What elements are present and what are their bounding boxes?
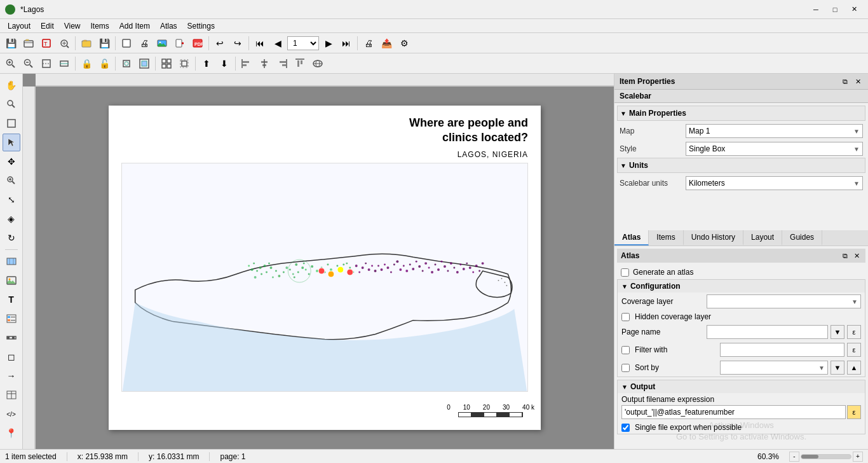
- page-name-input[interactable]: [707, 325, 828, 339]
- tab-guides[interactable]: Guides: [782, 230, 822, 245]
- add-image-tool[interactable]: [3, 272, 20, 289]
- zoom-in-canvas-tool[interactable]: [3, 172, 20, 190]
- filter-with-input[interactable]: [720, 343, 844, 357]
- export-image-button[interactable]: [154, 35, 170, 52]
- add-shape-tool[interactable]: ◻: [3, 348, 20, 366]
- atlas-nav-tool[interactable]: 📍: [3, 424, 20, 442]
- atlas-mode-button[interactable]: [309, 55, 326, 72]
- configuration-header[interactable]: ▼ Configuration: [618, 280, 865, 293]
- add-scalebar-tool[interactable]: [3, 329, 20, 347]
- tab-atlas[interactable]: Atlas: [614, 230, 649, 245]
- filter-with-checkbox[interactable]: [621, 346, 630, 354]
- align-right-button[interactable]: [274, 55, 290, 72]
- menu-items[interactable]: Items: [86, 19, 114, 33]
- output-filename-expr-btn[interactable]: ε: [847, 405, 861, 419]
- filter-with-expr-btn[interactable]: ε: [847, 343, 861, 357]
- generate-atlas-checkbox[interactable]: [621, 268, 629, 277]
- last-page-button[interactable]: ⏭: [338, 35, 355, 52]
- pan-tool[interactable]: ✋: [3, 76, 20, 94]
- page-select[interactable]: 1: [287, 36, 319, 50]
- tab-layout[interactable]: Layout: [743, 230, 782, 245]
- page-name-expr-btn[interactable]: ε: [847, 325, 861, 339]
- zoom-out-tool[interactable]: [20, 55, 37, 72]
- item-properties-detach-button[interactable]: ⧉: [840, 76, 850, 86]
- atlas-export-button[interactable]: 📤: [378, 35, 395, 52]
- zoom-slider[interactable]: [801, 454, 851, 459]
- style-combo[interactable]: Single Box ▼: [686, 142, 863, 156]
- single-file-checkbox[interactable]: [621, 424, 630, 432]
- map-visualization[interactable]: [121, 163, 528, 392]
- atlas-print-button[interactable]: 🖨: [360, 35, 377, 52]
- print-preview-button[interactable]: [56, 35, 72, 52]
- open-folder-button[interactable]: [78, 35, 95, 52]
- zoom-in-status-button[interactable]: +: [853, 452, 863, 462]
- add-html-tool[interactable]: </>: [3, 405, 20, 423]
- align-left-button[interactable]: [238, 55, 255, 72]
- item-properties-close-button[interactable]: ✕: [853, 76, 863, 86]
- save2-button[interactable]: 💾: [96, 35, 112, 52]
- redo-button[interactable]: ↪: [229, 35, 246, 52]
- add-map-tool[interactable]: [3, 252, 20, 270]
- zoom-page-tool[interactable]: [3, 114, 20, 132]
- unlock-items-button[interactable]: 🔓: [96, 55, 112, 72]
- add-arrow-tool[interactable]: →: [3, 367, 20, 385]
- zoom-to-width-tool[interactable]: [56, 55, 72, 72]
- units-section[interactable]: ▼ Units: [617, 158, 865, 173]
- lock-items-button[interactable]: 🔒: [78, 55, 95, 72]
- zoom-full-tool[interactable]: [38, 55, 55, 72]
- zoom-out-status-button[interactable]: -: [789, 452, 799, 462]
- resize-tool[interactable]: ⤡: [3, 191, 20, 209]
- coverage-layer-combo[interactable]: ▼: [707, 294, 861, 308]
- add-table-tool[interactable]: [3, 386, 20, 404]
- raise-item-button[interactable]: ⬆: [198, 55, 215, 72]
- atlas-detach-button[interactable]: ⧉: [840, 251, 850, 261]
- open-button[interactable]: [20, 35, 37, 52]
- tab-items[interactable]: Items: [649, 230, 683, 245]
- sort-by-up-btn[interactable]: ▲: [847, 361, 861, 375]
- add-page-button[interactable]: [172, 35, 188, 52]
- zoom-canvas-tool[interactable]: [3, 95, 20, 113]
- hidden-coverage-checkbox[interactable]: [621, 313, 630, 321]
- print-button[interactable]: 🖨: [136, 35, 153, 52]
- menu-edit[interactable]: Edit: [36, 19, 59, 33]
- sort-by-down-btn[interactable]: ▼: [831, 361, 844, 375]
- undo-button[interactable]: ↩: [212, 35, 228, 52]
- menu-atlas[interactable]: Atlas: [155, 19, 182, 33]
- map-combo[interactable]: Map 1 ▼: [686, 124, 863, 138]
- save-layout-button[interactable]: T: [38, 35, 55, 52]
- align-center-button[interactable]: [256, 55, 273, 72]
- atlas-settings-button[interactable]: ⚙: [396, 35, 412, 52]
- zoom-to-content[interactable]: [136, 55, 153, 72]
- output-header[interactable]: ▼ Output: [618, 380, 865, 393]
- output-filename-input[interactable]: [621, 405, 846, 419]
- menu-view[interactable]: View: [59, 19, 86, 33]
- main-properties-section[interactable]: ▼ Main Properties: [617, 106, 865, 121]
- zoom-to-item[interactable]: [118, 55, 135, 72]
- align-top-button[interactable]: [292, 55, 308, 72]
- add-label-tool[interactable]: T: [3, 291, 20, 308]
- ungroup-items-button[interactable]: [176, 55, 193, 72]
- maximize-button[interactable]: □: [826, 3, 844, 16]
- group-items-button[interactable]: [158, 55, 175, 72]
- scalebar-item[interactable]: 0 10 20 30 40 k: [447, 404, 534, 417]
- sort-by-combo[interactable]: ▼: [720, 361, 828, 375]
- menu-settings[interactable]: Settings: [182, 19, 220, 33]
- prev-page-button[interactable]: ◀: [269, 35, 286, 52]
- new-button[interactable]: [118, 35, 135, 52]
- add-legend-tool[interactable]: [3, 310, 20, 328]
- node-edit-tool[interactable]: ◈: [3, 210, 20, 228]
- lower-item-button[interactable]: ⬇: [216, 55, 233, 72]
- next-page-button[interactable]: ▶: [320, 35, 337, 52]
- tab-undo-history[interactable]: Undo History: [684, 230, 743, 245]
- sort-by-checkbox[interactable]: [621, 364, 630, 372]
- close-button[interactable]: ✕: [845, 3, 863, 16]
- menu-layout[interactable]: Layout: [3, 19, 36, 33]
- save-button[interactable]: 💾: [3, 35, 19, 52]
- page-name-down-btn[interactable]: ▼: [831, 325, 844, 339]
- zoom-in-tool[interactable]: [3, 55, 19, 72]
- first-page-button[interactable]: ⏮: [252, 35, 268, 52]
- move-item-tool[interactable]: ✥: [3, 153, 20, 170]
- scalebar-units-combo[interactable]: Kilometers ▼: [686, 176, 863, 190]
- select-tool[interactable]: [3, 134, 20, 151]
- export-pdf-button[interactable]: PDF: [189, 35, 206, 52]
